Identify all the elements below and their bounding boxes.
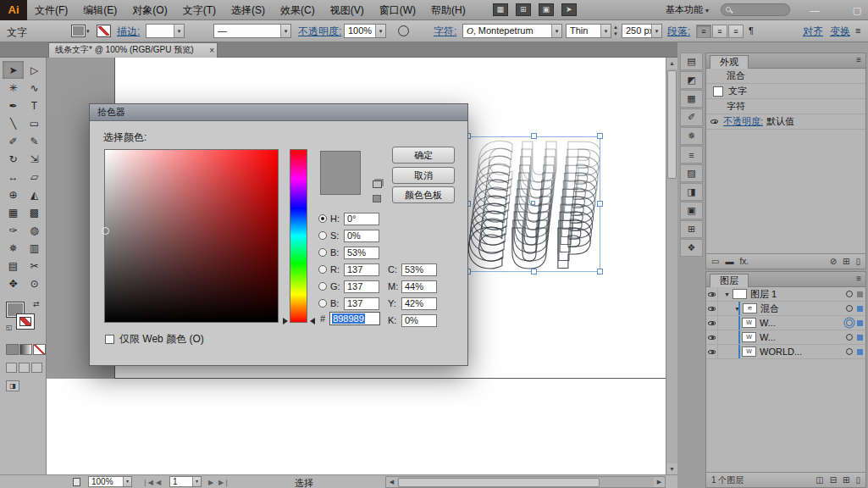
field-input-r[interactable]: 137	[344, 263, 379, 276]
gradient-panel-icon[interactable]: ▨	[680, 164, 703, 182]
swatches-panel-icon[interactable]: ▦	[680, 90, 703, 108]
free-transform-tool[interactable]: ▱	[24, 168, 45, 186]
chevron-down-icon[interactable]: ▾	[123, 477, 131, 486]
control-panel-menu-icon[interactable]: ≡	[855, 25, 860, 36]
magic-wand-tool[interactable]: ✳	[3, 79, 24, 97]
selection-handle[interactable]	[597, 133, 603, 139]
none-mode-button[interactable]	[33, 344, 46, 355]
tab-layers[interactable]: 图层	[710, 274, 749, 287]
new-effect-icon[interactable]: fx.	[739, 257, 749, 266]
scroll-up-icon[interactable]: ▲	[666, 58, 677, 69]
delete-layer-icon[interactable]: ▯	[855, 475, 860, 485]
paragraph-panel-icon[interactable]: ¶	[749, 25, 754, 36]
pathfinder-panel-icon[interactable]: ❖	[680, 239, 703, 257]
menu-item-5[interactable]: 效果(C)	[273, 0, 323, 20]
opacity-link[interactable]: 不透明度:	[723, 114, 763, 129]
perspective-grid-tool[interactable]: ◭	[24, 186, 45, 203]
transparency-panel-icon[interactable]: ◨	[680, 183, 703, 201]
close-icon[interactable]: ×	[209, 43, 214, 58]
menu-item-4[interactable]: 选择(S)	[224, 0, 273, 20]
hue-slider-marker[interactable]	[310, 318, 315, 324]
font-family-field[interactable]: O, Montepetrum▾	[462, 24, 562, 38]
target-icon[interactable]	[846, 291, 853, 297]
selection-chip[interactable]	[857, 335, 863, 341]
field-input-k[interactable]: 0%	[401, 314, 437, 327]
layer-row[interactable]: WWORLD...	[706, 345, 865, 359]
paintbrush-tool[interactable]: ✐	[3, 132, 24, 150]
symbol-sprayer-tool[interactable]: ✵	[3, 239, 24, 257]
menu-item-6[interactable]: 视图(V)	[323, 0, 372, 20]
web-colors-checkbox[interactable]	[105, 335, 114, 344]
zoom-field[interactable]: 100%▾	[88, 476, 132, 487]
field-input-h[interactable]: 0°	[344, 213, 379, 225]
gradient-mode-button[interactable]	[19, 344, 32, 355]
selection-center-point[interactable]	[531, 201, 535, 205]
slice-tool[interactable]: ✂	[24, 257, 45, 274]
zoom-tool[interactable]: ⊙	[24, 274, 45, 292]
ok-button[interactable]: 确定	[392, 147, 455, 164]
scrollbar-thumb[interactable]	[667, 70, 677, 179]
dialog-title-bar[interactable]: 拾色器	[90, 104, 467, 121]
visibility-eye-icon[interactable]	[706, 287, 718, 301]
selection-handle[interactable]	[597, 201, 603, 207]
field-input-g[interactable]: 137	[344, 280, 379, 293]
font-size-stepper[interactable]: ▲▼	[613, 24, 618, 37]
minimize-button[interactable]: —	[804, 0, 826, 20]
layer-label[interactable]: WORLD...	[760, 347, 802, 357]
radio-g[interactable]	[318, 282, 327, 291]
chevron-down-icon[interactable]: ▾	[651, 25, 661, 37]
hand-tool[interactable]: ✥	[3, 274, 24, 292]
selection-handle[interactable]	[531, 133, 537, 139]
column-graph-tool[interactable]: ▥	[24, 239, 45, 257]
chevron-down-icon[interactable]: ▾	[280, 25, 290, 37]
selection-chip[interactable]	[857, 320, 863, 326]
line-segment-tool[interactable]: ╲	[3, 114, 24, 132]
target-icon[interactable]	[846, 319, 853, 326]
paragraph-link[interactable]: 段落:	[667, 25, 690, 39]
opacity-link[interactable]: 不透明度:	[298, 25, 341, 39]
expand-icon[interactable]: ▼	[724, 291, 730, 297]
transform-link[interactable]: 变换	[830, 25, 850, 39]
align-panel-icon[interactable]: ⊞	[680, 220, 703, 238]
character-link[interactable]: 字符:	[434, 25, 456, 39]
hue-slider-marker[interactable]	[283, 318, 288, 324]
screen-mode-button[interactable]: ◨	[6, 380, 19, 391]
scrollbar-thumb[interactable]	[398, 478, 600, 487]
delete-item-icon[interactable]: ▯	[855, 257, 860, 266]
layer-row[interactable]: WW...	[706, 316, 865, 330]
artboard-tool[interactable]: ▤	[3, 257, 24, 274]
radio-b2[interactable]	[318, 299, 327, 308]
brushes-panel-icon[interactable]: ✐	[680, 108, 703, 126]
align-right-icon[interactable]: ≡	[728, 25, 744, 38]
pen-tool[interactable]: ✒	[3, 97, 24, 114]
fill-color-swatch[interactable]	[71, 25, 86, 37]
chevron-down-icon[interactable]: ▾	[375, 25, 385, 37]
mesh-tool[interactable]: ▦	[3, 203, 24, 221]
visibility-eye-icon[interactable]	[706, 330, 718, 344]
layer-row[interactable]: ▼图层 1	[706, 287, 865, 302]
artboard-number-field[interactable]: 1▾	[169, 476, 202, 487]
scroll-left-icon[interactable]: ◀	[386, 477, 397, 487]
chevron-down-icon[interactable]: ▾	[600, 25, 611, 37]
stroke-panel-icon[interactable]: ≡	[680, 146, 703, 164]
layer-label[interactable]: 图层 1	[750, 288, 777, 301]
document-tab[interactable]: 线条文字* @ 100% (RGB/GPU 预览) ×	[48, 42, 218, 58]
selection-chip[interactable]	[857, 306, 863, 312]
align-link[interactable]: 对齐	[803, 25, 823, 39]
target-icon[interactable]	[846, 334, 853, 341]
color-marker[interactable]	[102, 227, 109, 235]
graphic-styles-panel-icon[interactable]: ▣	[680, 202, 703, 219]
align-left-icon[interactable]: ≡	[696, 25, 711, 38]
vertical-scrollbar[interactable]: ▲ ▼	[666, 58, 677, 474]
swap-fill-stroke-icon[interactable]: ⇄	[33, 300, 40, 308]
visibility-eye-icon[interactable]	[710, 119, 718, 124]
appearance-row-blend[interactable]: 混合	[706, 69, 865, 84]
new-fill-icon[interactable]: ▬	[725, 257, 733, 266]
last-artboard-icon[interactable]: ▶❘	[218, 479, 229, 486]
pencil-tool[interactable]: ✎	[24, 132, 45, 150]
recolor-artwork-icon[interactable]	[398, 25, 409, 36]
menu-item-7[interactable]: 窗口(W)	[372, 0, 423, 20]
gradient-tool[interactable]: ▩	[24, 203, 45, 221]
gamut-color-swatch[interactable]	[373, 195, 381, 202]
appearance-row-opacity[interactable]: 不透明度: 默认值	[706, 114, 865, 130]
